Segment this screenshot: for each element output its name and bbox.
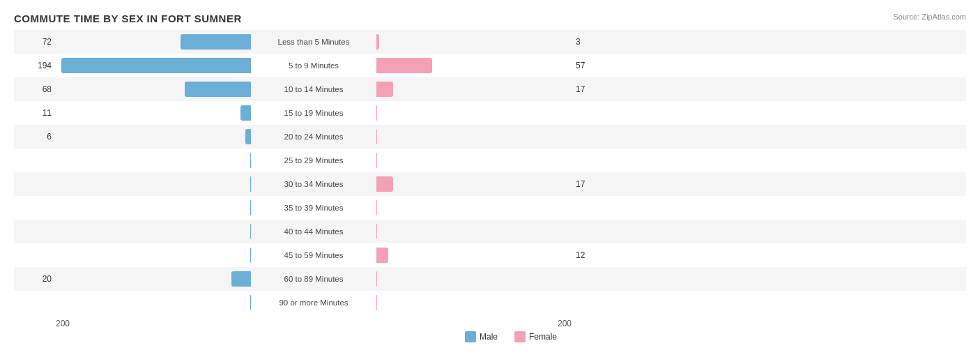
right-bar-area bbox=[376, 149, 572, 172]
right-value: 3 bbox=[572, 37, 613, 47]
left-value: 20 bbox=[14, 274, 56, 284]
table-row: 194 5 to 9 Minutes 57 bbox=[14, 54, 966, 77]
female-bar bbox=[376, 105, 377, 121]
table-row: 6 20 to 24 Minutes bbox=[14, 125, 966, 149]
right-bar-area bbox=[376, 77, 572, 101]
table-row: 35 to 39 Minutes bbox=[14, 196, 966, 220]
right-bar-area bbox=[376, 243, 572, 267]
female-bar bbox=[376, 248, 388, 263]
right-bar-area bbox=[376, 220, 572, 243]
left-bar-area bbox=[56, 77, 251, 101]
male-bar bbox=[61, 58, 251, 73]
row-label: 45 to 59 Minutes bbox=[251, 251, 376, 259]
row-label: 20 to 24 Minutes bbox=[251, 132, 376, 141]
female-bar bbox=[376, 224, 377, 239]
right-value: 17 bbox=[572, 179, 613, 189]
table-row: 90 or more Minutes bbox=[14, 291, 966, 314]
female-bar bbox=[376, 295, 377, 310]
legend-female-label: Female bbox=[529, 332, 557, 342]
left-bar-area bbox=[56, 243, 251, 267]
left-bar-area bbox=[56, 172, 251, 196]
right-bar-area bbox=[376, 125, 572, 149]
table-row: 40 to 44 Minutes bbox=[14, 220, 966, 243]
chart-container: COMMUTE TIME BY SEX IN FORT SUMNER Sourc… bbox=[0, 0, 980, 364]
male-bar bbox=[240, 105, 251, 121]
right-value: 12 bbox=[572, 250, 613, 260]
axis-area: 200 200 bbox=[14, 319, 966, 328]
female-bar bbox=[376, 153, 377, 168]
table-row: 11 15 to 19 Minutes bbox=[14, 101, 966, 125]
male-bar bbox=[245, 129, 251, 144]
male-bar bbox=[185, 82, 251, 97]
table-row: 72 Less than 5 Minutes 3 bbox=[14, 30, 966, 54]
axis-label-right: 200 bbox=[376, 319, 572, 328]
right-bar-area bbox=[376, 196, 572, 220]
female-bar bbox=[376, 34, 379, 50]
female-bar bbox=[376, 176, 393, 192]
left-value: 11 bbox=[14, 108, 56, 118]
left-value: 194 bbox=[14, 61, 56, 70]
right-bar-area bbox=[376, 30, 572, 54]
row-label: 10 to 14 Minutes bbox=[251, 85, 376, 93]
rows-area: 72 Less than 5 Minutes 3 194 5 to 9 Minu… bbox=[14, 30, 966, 314]
row-label: 60 to 89 Minutes bbox=[251, 275, 376, 283]
row-label: 25 to 29 Minutes bbox=[251, 156, 376, 165]
right-value: 17 bbox=[572, 84, 613, 94]
table-row: 25 to 29 Minutes bbox=[14, 149, 966, 172]
row-label: 30 to 34 Minutes bbox=[251, 180, 376, 188]
legend-male-box bbox=[465, 331, 476, 342]
left-bar-area bbox=[56, 149, 251, 172]
female-bar bbox=[376, 82, 393, 97]
legend-male: Male bbox=[465, 331, 498, 342]
female-bar bbox=[376, 271, 377, 287]
row-label: 35 to 39 Minutes bbox=[251, 204, 376, 212]
table-row: 68 10 to 14 Minutes 17 bbox=[14, 77, 966, 101]
left-bar-area bbox=[56, 267, 251, 291]
row-label: 90 or more Minutes bbox=[251, 298, 376, 307]
left-bar-area bbox=[56, 196, 251, 220]
left-bar-area bbox=[56, 30, 251, 54]
left-value: 72 bbox=[14, 37, 56, 47]
row-label: 40 to 44 Minutes bbox=[251, 227, 376, 236]
right-bar-area bbox=[376, 101, 572, 125]
male-bar bbox=[231, 271, 251, 287]
source-text: Source: ZipAtlas.com bbox=[893, 13, 966, 21]
legend-female-box bbox=[514, 331, 526, 342]
legend-male-label: Male bbox=[480, 332, 498, 342]
table-row: 20 60 to 89 Minutes bbox=[14, 267, 966, 291]
row-label: Less than 5 Minutes bbox=[251, 38, 376, 46]
left-value: 68 bbox=[14, 84, 56, 94]
right-value: 57 bbox=[572, 61, 613, 70]
left-bar-area bbox=[56, 125, 251, 149]
legend: Male Female bbox=[56, 331, 966, 342]
female-bar bbox=[376, 200, 377, 215]
row-label: 15 to 19 Minutes bbox=[251, 109, 376, 117]
right-bar-area bbox=[376, 291, 572, 314]
chart-title: COMMUTE TIME BY SEX IN FORT SUMNER bbox=[14, 13, 966, 24]
right-bar-area bbox=[376, 172, 572, 196]
female-bar bbox=[376, 58, 432, 73]
right-bar-area bbox=[376, 267, 572, 291]
table-row: 30 to 34 Minutes 17 bbox=[14, 172, 966, 196]
left-value: 6 bbox=[14, 132, 56, 142]
male-bar bbox=[181, 34, 251, 50]
row-label: 5 to 9 Minutes bbox=[251, 61, 376, 70]
table-row: 45 to 59 Minutes 12 bbox=[14, 243, 966, 267]
legend-female: Female bbox=[514, 331, 557, 342]
female-bar bbox=[376, 129, 377, 144]
left-bar-area bbox=[56, 291, 251, 314]
left-bar-area bbox=[56, 101, 251, 125]
left-bar-area bbox=[56, 220, 251, 243]
left-bar-area bbox=[56, 54, 251, 77]
axis-label-left: 200 bbox=[56, 319, 251, 328]
right-bar-area bbox=[376, 54, 572, 77]
